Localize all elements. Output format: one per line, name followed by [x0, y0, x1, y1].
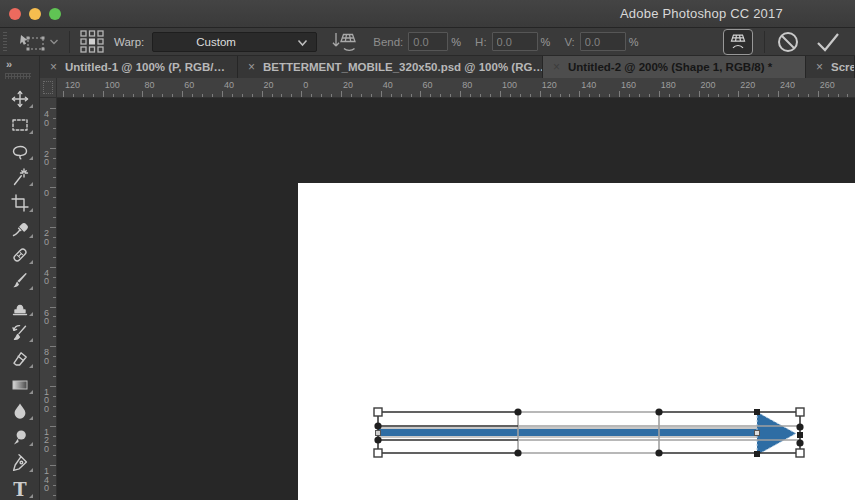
warp-label: Warp: [114, 36, 144, 48]
clone-stamp-icon [10, 297, 30, 317]
ruler-tick [778, 91, 779, 97]
tab-close-icon[interactable]: × [553, 60, 560, 74]
tool-eyedropper[interactable] [0, 216, 40, 242]
ruler-tick [619, 91, 620, 97]
v-input[interactable] [580, 32, 626, 51]
chevron-down-icon[interactable] [49, 38, 59, 46]
ruler-corner[interactable] [40, 78, 57, 98]
ruler-tick [718, 94, 719, 97]
eraser-icon [10, 349, 30, 369]
h-input[interactable] [492, 32, 538, 51]
tool-move[interactable] [0, 86, 40, 112]
tool-pen[interactable] [0, 450, 40, 476]
ruler-tick [53, 217, 56, 218]
ruler-tick [53, 177, 56, 178]
ruler-tick [222, 91, 223, 97]
ruler-tick [470, 94, 471, 97]
tool-crop[interactable] [0, 190, 40, 216]
tool-lasso[interactable] [0, 138, 40, 164]
ruler-tick [53, 485, 56, 486]
ruler-tick [212, 94, 213, 97]
ruler-tick [321, 94, 322, 97]
ruler-tick [53, 366, 56, 367]
ruler-tick [381, 91, 382, 97]
ruler-tick [53, 336, 56, 337]
minimize-window-button[interactable] [29, 8, 41, 20]
ruler-tick [798, 94, 799, 97]
ruler-tick [202, 94, 203, 97]
eyedropper-icon [10, 219, 30, 239]
tool-magic-wand[interactable] [0, 164, 40, 190]
ruler-label: 0 [44, 189, 49, 198]
arrow-head[interactable] [757, 412, 796, 455]
ruler-tick [550, 94, 551, 97]
tab-label: Screen [831, 61, 855, 73]
ruler-label: 6 0 [44, 309, 49, 326]
ruler-tick [133, 94, 134, 97]
tool-type[interactable]: T [0, 476, 40, 500]
ruler-tick [838, 94, 839, 97]
ruler-label: 2 0 [44, 150, 49, 167]
panel-grip[interactable] [5, 73, 31, 79]
ruler-tick [847, 94, 848, 97]
tool-healing-brush[interactable] [0, 242, 40, 268]
warp-mode-toggle-button[interactable] [723, 29, 753, 55]
cancel-transform-button[interactable] [776, 30, 800, 54]
tab-close-icon[interactable]: × [816, 60, 823, 74]
ruler-label: 100 [105, 80, 120, 90]
ruler-tick [649, 94, 650, 97]
tab-label: Untitled-2 @ 200% (Shape 1, RGB/8) * [568, 61, 772, 73]
canvas-area[interactable] [57, 98, 855, 500]
window-title: Adobe Photoshop CC 2017 [620, 6, 783, 21]
zoom-window-button[interactable] [49, 8, 61, 20]
document-tab-4[interactable]: ×Screen [806, 56, 855, 78]
ruler-tick [53, 257, 56, 258]
ruler-tick [172, 94, 173, 97]
ruler-tick [828, 94, 829, 97]
tool-dodge[interactable] [0, 424, 40, 450]
tool-history-brush[interactable] [0, 320, 40, 346]
warp-overlay[interactable] [57, 98, 855, 500]
tab-close-icon[interactable]: × [248, 60, 255, 74]
horizontal-ruler[interactable]: 1201008060402002040608010012014016018020… [57, 78, 855, 98]
tool-clone-stamp[interactable] [0, 294, 40, 320]
ruler-tick [689, 94, 690, 97]
ruler-tick [420, 91, 421, 97]
dodge-icon [10, 427, 30, 447]
ruler-tick [50, 426, 56, 427]
tool-brush[interactable] [0, 268, 40, 294]
commit-transform-button[interactable] [815, 31, 841, 53]
tab-close-icon[interactable]: × [50, 60, 57, 74]
options-bar-grip[interactable] [3, 32, 7, 52]
bend-input[interactable] [408, 32, 448, 51]
warp-orientation-icon[interactable] [331, 31, 357, 53]
ruler-tick [53, 168, 56, 169]
ruler-tick [142, 91, 143, 97]
document-tab-2[interactable]: ×BETTERMENT_MOBILE_320x50.psd @ 100% (RG… [238, 56, 543, 78]
warp-style-select[interactable]: Custom [152, 32, 317, 52]
ruler-tick [162, 94, 163, 97]
ruler-tick [262, 91, 263, 97]
svg-text:T: T [13, 479, 27, 499]
document-tab-3[interactable]: ×Untitled-2 @ 200% (Shape 1, RGB/8) * [543, 56, 806, 78]
document-tab-1[interactable]: ×Untitled-1 @ 100% (P, RGB/… [40, 56, 238, 78]
tab-label: Untitled-1 @ 100% (P, RGB/… [65, 61, 225, 73]
tool-blur[interactable] [0, 398, 40, 424]
ruler-label: 0 [303, 80, 308, 90]
vertical-ruler[interactable]: 4 02 002 04 06 08 01 0 01 2 01 4 0 [40, 98, 57, 500]
cancel-icon [776, 30, 800, 54]
ruler-tick [53, 436, 56, 437]
ruler-tick [103, 91, 104, 97]
ruler-label: 40 [383, 80, 393, 90]
tool-eraser[interactable] [0, 346, 40, 372]
collapse-panel-button[interactable]: » [6, 58, 12, 70]
arrow-shaft[interactable] [378, 429, 757, 436]
tool-rectangular-marquee[interactable] [0, 112, 40, 138]
close-window-button[interactable] [9, 8, 21, 20]
ruler-tick [53, 287, 56, 288]
gradient-icon [10, 375, 30, 395]
tool-gradient[interactable] [0, 372, 40, 398]
ruler-tick [50, 227, 56, 228]
titlebar: Adobe Photoshop CC 2017 [0, 0, 855, 28]
ruler-tick [728, 94, 729, 97]
